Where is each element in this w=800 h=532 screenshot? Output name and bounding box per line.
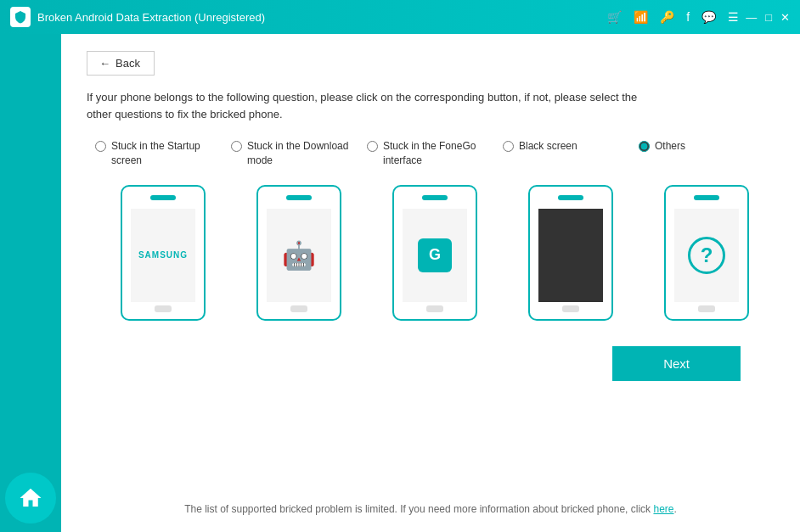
title-bar-title: Broken Android Data Extraction (Unregist… [37,11,607,24]
maximize-button[interactable]: □ [765,11,772,24]
phone-image-others: ? [664,185,749,321]
toolbar-icons: 🛒 📶 🔑 f 💬 ☰ [607,10,739,24]
phone-screen-others: ? [674,209,739,302]
cart-icon[interactable]: 🛒 [607,10,622,24]
instruction-text: If your phone belongs to the following q… [87,89,664,122]
wifi-icon[interactable]: 📶 [634,10,648,24]
phone-others: ? [639,185,775,321]
radio-others[interactable] [639,141,650,152]
footer-link[interactable]: here [653,503,673,515]
minimize-button[interactable]: — [746,11,757,24]
samsung-logo: SAMSUNG [138,250,188,260]
phone-fonego: G [367,185,503,321]
back-button[interactable]: ← Back [87,51,155,76]
option-fonego[interactable]: Stuck in the FoneGo interface [367,139,503,168]
phone-startup: SAMSUNG [95,185,231,321]
phone-image-fonego: G [392,185,477,321]
window-controls: — □ ✕ [746,11,790,24]
phone-image-download: 🤖 [256,185,341,321]
footer-text: The list of supported bricked problem is… [87,495,775,515]
option-startup[interactable]: Stuck in the Startup screen [95,139,231,168]
next-button[interactable]: Next [612,346,741,381]
key-icon[interactable]: 🔑 [660,10,674,24]
option-download[interactable]: Stuck in the Download mode [231,139,367,168]
option-black-label: Black screen [519,139,577,154]
menu-icon[interactable]: ☰ [728,10,739,24]
option-startup-label: Stuck in the Startup screen [111,139,231,168]
content-area: ← Back If your phone belongs to the foll… [61,34,800,532]
phones-row: SAMSUNG 🤖 G [87,185,775,321]
home-button[interactable] [5,473,56,524]
option-download-label: Stuck in the Download mode [247,139,367,168]
option-fonego-label: Stuck in the FoneGo interface [383,139,503,168]
options-row: Stuck in the Startup screen Stuck in the… [87,139,775,168]
title-bar: Broken Android Data Extraction (Unregist… [0,0,800,34]
question-mark-icon: ? [688,237,725,274]
phone-screen-black [538,209,603,302]
app-icon [10,7,31,27]
phone-image-startup: SAMSUNG [121,185,206,321]
main-area: ← Back If your phone belongs to the foll… [0,34,800,532]
phone-black [503,185,639,321]
chat-icon[interactable]: 💬 [701,10,716,24]
footer-prefix: The list of supported bricked problem is… [184,503,653,515]
facebook-icon[interactable]: f [686,10,690,24]
phone-screen-fonego: G [403,209,467,302]
android-icon: 🤖 [282,239,316,272]
radio-download[interactable] [231,141,242,152]
radio-black[interactable] [503,141,514,152]
back-arrow-icon: ← [99,57,110,70]
cg-logo: G [418,238,452,272]
radio-fonego[interactable] [367,141,378,152]
option-others-label: Others [655,139,685,154]
phone-download: 🤖 [231,185,367,321]
phone-screen-startup: SAMSUNG [131,209,195,302]
phone-screen-download: 🤖 [267,209,331,302]
phone-image-black [528,185,613,321]
footer-suffix: . [673,503,676,515]
sidebar [0,34,61,532]
option-others[interactable]: Others [639,139,775,154]
option-black[interactable]: Black screen [503,139,639,154]
close-button[interactable]: ✕ [780,11,790,24]
back-label: Back [115,57,140,70]
radio-startup[interactable] [95,141,106,152]
